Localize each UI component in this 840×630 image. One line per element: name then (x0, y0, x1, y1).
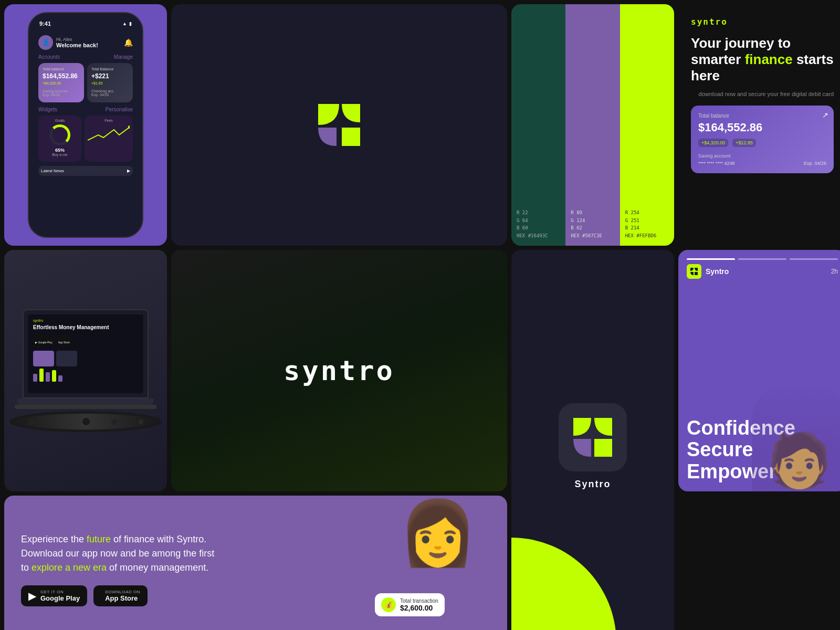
accounts-section-title: Accounts Manage (38, 54, 133, 60)
laptop-mockup-cell: syntro Effortless Money Management ▶ Goo… (4, 250, 167, 491)
app-store-name: App Store (105, 594, 140, 602)
checking-type: Checking acc. (91, 89, 129, 93)
notification-time: 2h (831, 268, 838, 275)
google-play-icon: ▶ (28, 590, 36, 602)
app-store-pre: Download on (105, 590, 140, 594)
donut-chart (49, 124, 70, 145)
checking-card[interactable]: Total Balance +$221 +$1.85 Checking acc.… (87, 63, 133, 102)
phone-greeting: Hi, Alex Welcome back! (56, 37, 124, 48)
pebble-base (9, 411, 162, 432)
pebble (139, 419, 143, 424)
app-icon-bg: Syntro (511, 250, 674, 630)
battery-icon: ▮ (129, 21, 132, 26)
progress-bar-3 (790, 258, 838, 260)
progress-bar-2 (738, 258, 786, 260)
bar-1 (33, 374, 37, 382)
laptop-brand: syntro (33, 319, 112, 322)
laptop-image: syntro Effortless Money Management ▶ Goo… (4, 250, 167, 491)
pebble (82, 418, 90, 425)
keyboard (15, 405, 156, 409)
accounts-row: Total balance $164,552.86 +$4,320.00 Sav… (38, 63, 133, 102)
latest-news-bar[interactable]: Latest News ▶ (38, 166, 133, 176)
notification-logo: Syntro (687, 264, 729, 279)
phone-status-bar: 9:41 ▲ ▮ (34, 18, 137, 29)
ui-card-2 (56, 351, 77, 366)
laptop-headline: Effortless Money Management (33, 324, 112, 331)
laptop-frame: syntro Effortless Money Management ▶ Goo… (23, 309, 149, 398)
phone-mockup-cell: 9:41 ▲ ▮ 👤 Hi, Alex Welcome back! 🔔 Acco… (4, 4, 167, 246)
person-image: 🧑 (752, 376, 840, 491)
promo-highlight-1: future (87, 534, 111, 544)
swatch-dark: R 22 G 64 B 60 HEX #16493C (511, 4, 565, 246)
laptop-screen-content: syntro Effortless Money Management ▶ Goo… (33, 319, 112, 382)
app-icon-small (687, 264, 701, 279)
main-grid: 9:41 ▲ ▮ 👤 Hi, Alex Welcome back! 🔔 Acco… (0, 0, 840, 630)
marketing-cell: syntro Your journey to smarter finance s… (678, 4, 840, 246)
notification-app-name: Syntro (706, 267, 729, 276)
progress-label: 65% (55, 148, 65, 153)
notification-cell: Syntro 2h Confidence Secure Empower 🧑 (678, 250, 840, 491)
badge-icon: 💰 (381, 597, 396, 612)
promo-heading: Experience the future of finance with Sy… (21, 532, 220, 575)
goals-widget[interactable]: Goals 65% Buy a car (38, 116, 81, 162)
wave-chart (88, 124, 130, 145)
card-number-row: **** **** **** 4248 Exp. 04/26 (698, 161, 826, 166)
news-arrow-icon: ▶ (127, 169, 130, 173)
progress-bars (687, 258, 838, 260)
hero-sub: download now and secure your free digita… (691, 91, 834, 97)
checking-amount: +$221 (91, 72, 129, 80)
corner-arc (511, 538, 616, 630)
laptop-ui-elements (33, 351, 112, 366)
promo-text-block: Experience the future of finance with Sy… (21, 532, 220, 606)
greeting-hi: Hi, Alex (56, 37, 124, 42)
checking-exp: Exp. 04/20 (91, 93, 129, 97)
notification-bell-icon[interactable]: 🔔 (124, 38, 133, 47)
bar-5 (58, 375, 62, 382)
hero-highlight: finance (745, 51, 793, 67)
brand-name-marketing: syntro (691, 17, 834, 27)
widgets-section-title: Widgets Personalise (38, 107, 133, 112)
phone-screen: 👤 Hi, Alex Welcome back! 🔔 Accounts Mana… (34, 31, 137, 236)
google-play-name: Google Play (40, 594, 80, 602)
bar-2 (39, 369, 44, 382)
laptop-apple-btn[interactable]: App Store (56, 335, 72, 346)
progress-bar-1 (687, 258, 735, 260)
phone-header: 👤 Hi, Alex Welcome back! 🔔 (38, 35, 133, 50)
bar-3 (46, 372, 50, 382)
phone-frame: 9:41 ▲ ▮ 👤 Hi, Alex Welcome back! 🔔 Acco… (28, 12, 143, 238)
badge-info: Total transaction $2,600.00 (400, 598, 438, 612)
app-icon-svg (689, 266, 699, 277)
swatch-yellow: R 254 G 251 B 214 HEX #FEFBD6 (620, 4, 674, 246)
card-expiry: Exp. 04/20 (43, 93, 80, 97)
app-store-button[interactable]: Download on App Store (93, 585, 148, 606)
saving-card[interactable]: Total balance $164,552.86 +$4,320.00 Sav… (38, 63, 84, 102)
google-play-button[interactable]: ▶ GET IT ON Google Play (21, 585, 87, 606)
laptop-google-btn[interactable]: ▶ Google Play (33, 335, 55, 346)
balance-card-preview: ↗ Total balance $164,552.86 +$4,320.00 +… (691, 106, 834, 173)
swatch-purple-info: R 89 G 124 B 62 HEX #507C3E (571, 209, 614, 239)
person-emoji: 🧑 (766, 429, 832, 491)
chart-bars (33, 369, 112, 382)
google-play-text: GET IT ON Google Play (40, 590, 80, 602)
floating-badge: 💰 Total transaction $2,600.00 (375, 593, 445, 616)
total-balance-amount: $164,552.86 (43, 72, 80, 80)
widgets-row: Goals 65% Buy a car Fees (38, 116, 133, 162)
promo-cell: Experience the future of finance with Sy… (4, 496, 507, 630)
expand-icon[interactable]: ↗ (822, 111, 828, 119)
phone-time: 9:41 (39, 20, 51, 27)
app-icon-cell: Syntro (511, 250, 674, 630)
checking-label: Total Balance (91, 67, 129, 71)
brand-name-large: syntro (284, 355, 395, 386)
swatch-yellow-info: R 254 G 251 B 214 HEX #FEFBD6 (625, 209, 669, 239)
app-icon-frame (559, 403, 627, 471)
pebble (111, 419, 117, 425)
fees-widget[interactable]: Fees (85, 116, 133, 162)
wifi-icon: ▲ (122, 21, 127, 26)
person-emoji-promo: 👩 (385, 501, 490, 564)
checking-change: +$1.85 (91, 81, 129, 85)
account-type: Saving account (43, 89, 80, 93)
promo-person-container: 💰 Total transaction $2,600.00 👩 (385, 501, 490, 630)
pebble (56, 419, 61, 424)
swatch-purple: R 89 G 124 B 62 HEX #507C3E (565, 4, 620, 246)
ui-card-1 (33, 351, 54, 366)
